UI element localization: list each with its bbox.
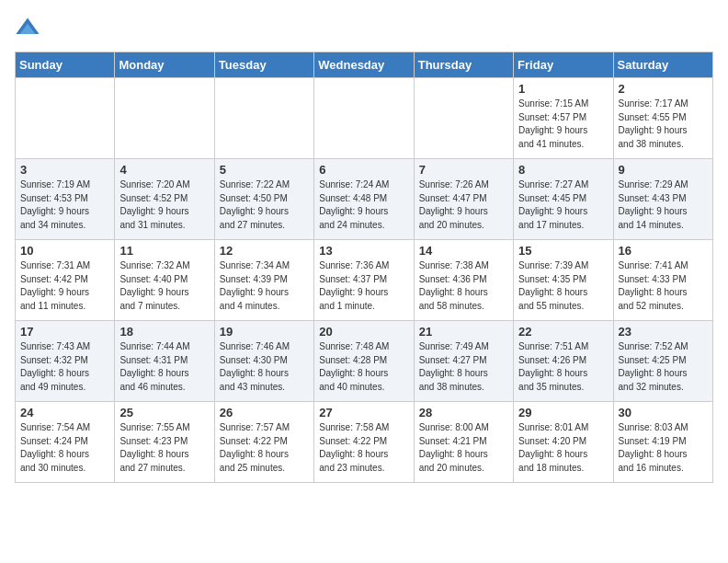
calendar-cell: 1Sunrise: 7:15 AM Sunset: 4:57 PM Daylig…: [514, 78, 613, 159]
day-info: Sunrise: 7:27 AM Sunset: 4:45 PM Dayligh…: [518, 178, 608, 232]
calendar-cell: 30Sunrise: 8:03 AM Sunset: 4:19 PM Dayli…: [613, 402, 712, 483]
day-number: 3: [20, 163, 109, 177]
weekday-header-wednesday: Wednesday: [314, 52, 414, 78]
calendar-cell: 18Sunrise: 7:44 AM Sunset: 4:31 PM Dayli…: [115, 321, 214, 402]
day-info: Sunrise: 7:32 AM Sunset: 4:40 PM Dayligh…: [119, 259, 209, 313]
day-info: Sunrise: 7:41 AM Sunset: 4:33 PM Dayligh…: [619, 259, 708, 313]
day-number: 18: [119, 325, 209, 339]
day-info: Sunrise: 7:17 AM Sunset: 4:55 PM Dayligh…: [619, 98, 708, 151]
day-info: Sunrise: 7:49 AM Sunset: 4:27 PM Dayligh…: [419, 340, 508, 394]
day-number: 22: [518, 325, 608, 339]
calendar-cell: 26Sunrise: 7:57 AM Sunset: 4:22 PM Dayli…: [214, 402, 313, 483]
calendar-cell: 12Sunrise: 7:34 AM Sunset: 4:39 PM Dayli…: [214, 240, 313, 321]
calendar-cell: 8Sunrise: 7:27 AM Sunset: 4:45 PM Daylig…: [514, 159, 613, 240]
calendar-cell: 19Sunrise: 7:46 AM Sunset: 4:30 PM Dayli…: [214, 321, 313, 402]
weekday-header-saturday: Saturday: [613, 52, 712, 78]
day-number: 16: [619, 244, 708, 258]
calendar-cell: 11Sunrise: 7:32 AM Sunset: 4:40 PM Dayli…: [115, 240, 214, 321]
day-number: 9: [619, 163, 708, 177]
week-row-4: 17Sunrise: 7:43 AM Sunset: 4:32 PM Dayli…: [16, 321, 713, 402]
day-number: 25: [119, 406, 209, 419]
day-number: 12: [220, 244, 309, 258]
day-number: 6: [319, 163, 408, 177]
day-number: 2: [619, 82, 708, 96]
day-info: Sunrise: 7:55 AM Sunset: 4:23 PM Dayligh…: [119, 421, 209, 475]
day-number: 17: [20, 325, 109, 339]
calendar-cell: [115, 78, 214, 159]
day-info: Sunrise: 7:29 AM Sunset: 4:43 PM Dayligh…: [619, 178, 708, 232]
calendar-cell: 5Sunrise: 7:22 AM Sunset: 4:50 PM Daylig…: [214, 159, 313, 240]
day-info: Sunrise: 7:58 AM Sunset: 4:22 PM Dayligh…: [319, 421, 408, 475]
day-info: Sunrise: 7:57 AM Sunset: 4:22 PM Dayligh…: [220, 421, 309, 475]
calendar-cell: 21Sunrise: 7:49 AM Sunset: 4:27 PM Dayli…: [414, 321, 513, 402]
week-row-2: 3Sunrise: 7:19 AM Sunset: 4:53 PM Daylig…: [16, 159, 713, 240]
logo: [15, 15, 44, 40]
week-row-1: 1Sunrise: 7:15 AM Sunset: 4:57 PM Daylig…: [16, 78, 713, 159]
calendar-cell: 28Sunrise: 8:00 AM Sunset: 4:21 PM Dayli…: [414, 402, 513, 483]
day-number: 30: [619, 406, 708, 419]
day-info: Sunrise: 7:48 AM Sunset: 4:28 PM Dayligh…: [319, 340, 408, 394]
calendar-cell: 15Sunrise: 7:39 AM Sunset: 4:35 PM Dayli…: [514, 240, 613, 321]
day-info: Sunrise: 7:43 AM Sunset: 4:32 PM Dayligh…: [20, 340, 109, 394]
calendar-cell: 6Sunrise: 7:24 AM Sunset: 4:48 PM Daylig…: [314, 159, 414, 240]
day-info: Sunrise: 7:52 AM Sunset: 4:25 PM Dayligh…: [619, 340, 708, 394]
weekday-header-sunday: Sunday: [16, 52, 115, 78]
day-number: 20: [319, 325, 408, 339]
day-number: 29: [518, 406, 608, 419]
day-info: Sunrise: 7:26 AM Sunset: 4:47 PM Dayligh…: [419, 178, 508, 232]
calendar-cell: 17Sunrise: 7:43 AM Sunset: 4:32 PM Dayli…: [16, 321, 115, 402]
day-number: 7: [419, 163, 508, 177]
calendar-cell: 10Sunrise: 7:31 AM Sunset: 4:42 PM Dayli…: [16, 240, 115, 321]
calendar-cell: [16, 78, 115, 159]
day-info: Sunrise: 7:31 AM Sunset: 4:42 PM Dayligh…: [20, 259, 109, 313]
calendar-cell: 7Sunrise: 7:26 AM Sunset: 4:47 PM Daylig…: [414, 159, 513, 240]
day-number: 13: [319, 244, 408, 258]
day-number: 19: [220, 325, 309, 339]
weekday-header-row: SundayMondayTuesdayWednesdayThursdayFrid…: [16, 52, 713, 78]
day-info: Sunrise: 7:39 AM Sunset: 4:35 PM Dayligh…: [518, 259, 608, 313]
day-number: 21: [419, 325, 508, 339]
day-info: Sunrise: 7:38 AM Sunset: 4:36 PM Dayligh…: [419, 259, 508, 313]
day-number: 1: [518, 82, 608, 96]
day-info: Sunrise: 8:01 AM Sunset: 4:20 PM Dayligh…: [518, 421, 608, 475]
day-number: 28: [419, 406, 508, 419]
calendar-cell: 14Sunrise: 7:38 AM Sunset: 4:36 PM Dayli…: [414, 240, 513, 321]
calendar-cell: 25Sunrise: 7:55 AM Sunset: 4:23 PM Dayli…: [115, 402, 214, 483]
day-number: 5: [220, 163, 309, 177]
calendar-cell: [314, 78, 414, 159]
calendar: SundayMondayTuesdayWednesdayThursdayFrid…: [15, 52, 713, 483]
day-number: 23: [619, 325, 708, 339]
day-number: 24: [20, 406, 109, 419]
weekday-header-thursday: Thursday: [414, 52, 513, 78]
day-info: Sunrise: 7:24 AM Sunset: 4:48 PM Dayligh…: [319, 178, 408, 232]
day-info: Sunrise: 8:00 AM Sunset: 4:21 PM Dayligh…: [419, 421, 508, 475]
day-number: 26: [220, 406, 309, 419]
day-number: 27: [319, 406, 408, 419]
day-info: Sunrise: 8:03 AM Sunset: 4:19 PM Dayligh…: [619, 421, 708, 475]
day-info: Sunrise: 7:46 AM Sunset: 4:30 PM Dayligh…: [220, 340, 309, 394]
day-info: Sunrise: 7:51 AM Sunset: 4:26 PM Dayligh…: [518, 340, 608, 394]
calendar-cell: 16Sunrise: 7:41 AM Sunset: 4:33 PM Dayli…: [613, 240, 712, 321]
day-number: 4: [119, 163, 209, 177]
calendar-cell: 3Sunrise: 7:19 AM Sunset: 4:53 PM Daylig…: [16, 159, 115, 240]
calendar-cell: 29Sunrise: 8:01 AM Sunset: 4:20 PM Dayli…: [514, 402, 613, 483]
day-info: Sunrise: 7:20 AM Sunset: 4:52 PM Dayligh…: [119, 178, 209, 232]
calendar-cell: 9Sunrise: 7:29 AM Sunset: 4:43 PM Daylig…: [613, 159, 712, 240]
week-row-3: 10Sunrise: 7:31 AM Sunset: 4:42 PM Dayli…: [16, 240, 713, 321]
week-row-5: 24Sunrise: 7:54 AM Sunset: 4:24 PM Dayli…: [16, 402, 713, 483]
day-number: 11: [119, 244, 209, 258]
calendar-cell: 4Sunrise: 7:20 AM Sunset: 4:52 PM Daylig…: [115, 159, 214, 240]
day-info: Sunrise: 7:15 AM Sunset: 4:57 PM Dayligh…: [518, 98, 608, 151]
weekday-header-friday: Friday: [514, 52, 613, 78]
calendar-cell: 27Sunrise: 7:58 AM Sunset: 4:22 PM Dayli…: [314, 402, 414, 483]
logo-icon: [15, 15, 40, 40]
day-info: Sunrise: 7:44 AM Sunset: 4:31 PM Dayligh…: [119, 340, 209, 394]
weekday-header-tuesday: Tuesday: [214, 52, 313, 78]
calendar-cell: 13Sunrise: 7:36 AM Sunset: 4:37 PM Dayli…: [314, 240, 414, 321]
calendar-cell: 20Sunrise: 7:48 AM Sunset: 4:28 PM Dayli…: [314, 321, 414, 402]
day-info: Sunrise: 7:36 AM Sunset: 4:37 PM Dayligh…: [319, 259, 408, 313]
calendar-cell: 23Sunrise: 7:52 AM Sunset: 4:25 PM Dayli…: [613, 321, 712, 402]
day-number: 10: [20, 244, 109, 258]
header: [15, 15, 713, 40]
calendar-cell: 2Sunrise: 7:17 AM Sunset: 4:55 PM Daylig…: [613, 78, 712, 159]
